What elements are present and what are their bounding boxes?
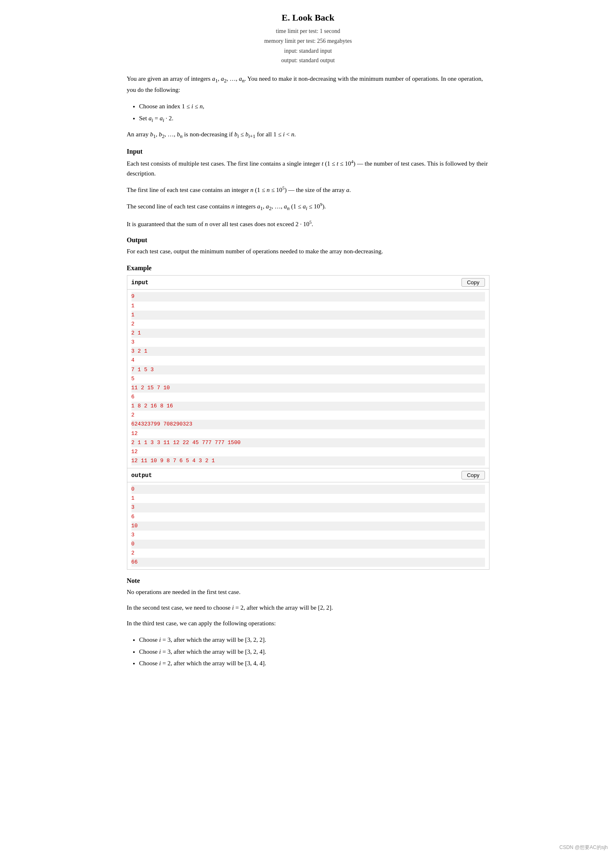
time-limit: time limit per test: 1 second (127, 26, 490, 36)
input-desc-4: It is guaranteed that the sum of n over … (127, 218, 490, 229)
input-desc-1: Each test consists of multiple test case… (127, 158, 490, 178)
code-line: 2 (131, 549, 485, 558)
operation-item-1: Choose an index 1 ≤ i ≤ n, (139, 101, 490, 112)
code-line: 3 (131, 338, 485, 347)
input-desc-2: The first line of each test case contain… (127, 184, 490, 195)
code-line: 624323799 708290323 (131, 420, 485, 429)
meta-info: time limit per test: 1 second memory lim… (127, 26, 490, 65)
code-line: 9 (131, 292, 485, 301)
note-op-3: Choose i = 2, after which the array will… (139, 657, 490, 669)
output-section-title: Output (127, 236, 490, 244)
note-3: In the third test case, we can apply the… (127, 618, 490, 628)
operation-item-2: Set ai = ai · 2. (139, 112, 490, 126)
copy-output-button[interactable]: Copy (461, 471, 485, 479)
code-line: 1 (131, 494, 485, 503)
non-decreasing-def: An array b1, b2, …, bn is non-decreasing… (127, 129, 490, 140)
output-code-block: output Copy 0 1 3 6 10 3 0 2 66 (127, 468, 490, 570)
code-line: 5 (131, 374, 485, 384)
operation-list: Choose an index 1 ≤ i ≤ n, Set ai = ai ·… (139, 101, 490, 125)
copy-input-button[interactable]: Copy (461, 278, 485, 287)
code-line: 1 (131, 302, 485, 311)
input-code-header: input Copy (127, 276, 489, 290)
code-line: 0 (131, 485, 485, 494)
example-title: Example (127, 264, 490, 272)
code-line: 11 2 15 7 10 (131, 384, 485, 393)
output-code-header: output Copy (127, 468, 489, 482)
output-code-content: 0 1 3 6 10 3 0 2 66 (127, 482, 489, 569)
code-line: 3 (131, 531, 485, 540)
code-line: 12 11 10 9 8 7 6 5 4 3 2 1 (131, 456, 485, 465)
code-line: 12 (131, 429, 485, 438)
input-code-label: input (131, 279, 149, 286)
input-code-content: 9 1 1 2 2 1 3 3 2 1 4 7 1 5 3 5 11 2 15 … (127, 290, 489, 468)
memory-limit: memory limit per test: 256 megabytes (127, 36, 490, 46)
input-desc-3: The second line of each test case contai… (127, 201, 490, 213)
output-code-label: output (131, 472, 152, 479)
note-operations-list: Choose i = 3, after which the array will… (139, 634, 490, 669)
note-section-title: Note (127, 577, 490, 585)
code-line: 2 1 1 3 3 11 12 22 45 777 777 1500 (131, 438, 485, 447)
output-desc: For each test case, output the minimum n… (127, 246, 490, 256)
note-op-2: Choose i = 3, after which the array will… (139, 646, 490, 658)
page-title: E. Look Back (127, 12, 490, 23)
code-line: 3 2 1 (131, 347, 485, 356)
code-line: 1 8 2 16 8 16 (131, 402, 485, 411)
code-line: 3 (131, 503, 485, 512)
note-op-1: Choose i = 3, after which the array will… (139, 634, 490, 646)
note-2: In the second test case, we need to choo… (127, 603, 490, 613)
code-line: 66 (131, 558, 485, 567)
code-line: 2 (131, 411, 485, 420)
code-line: 10 (131, 522, 485, 531)
code-line: 0 (131, 540, 485, 549)
code-line: 2 1 (131, 329, 485, 338)
code-line: 6 (131, 512, 485, 522)
code-line: 6 (131, 393, 485, 402)
input-code-block: input Copy 9 1 1 2 2 1 3 3 2 1 4 7 1 5 3… (127, 275, 490, 468)
code-line: 4 (131, 356, 485, 365)
input-section-title: Input (127, 148, 490, 155)
input-type: input: standard input (127, 46, 490, 56)
output-type: output: standard output (127, 56, 490, 65)
note-1: No operations are needed in the first te… (127, 587, 490, 597)
code-line: 1 (131, 311, 485, 320)
code-line: 12 (131, 447, 485, 456)
code-line: 7 1 5 3 (131, 365, 485, 374)
code-line: 2 (131, 320, 485, 329)
problem-statement-1: You are given an array of integers a1, a… (127, 74, 490, 95)
